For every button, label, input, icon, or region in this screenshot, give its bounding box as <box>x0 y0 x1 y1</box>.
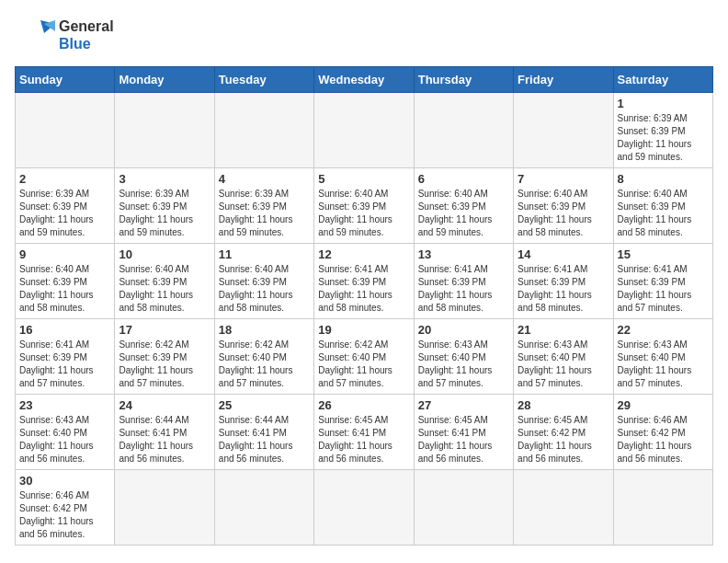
calendar-cell <box>16 93 115 168</box>
day-info: Sunrise: 6:39 AMSunset: 6:39 PMDaylight:… <box>19 188 110 239</box>
day-info: Sunrise: 6:41 AMSunset: 6:39 PMDaylight:… <box>418 263 509 315</box>
day-info: Sunrise: 6:39 AMSunset: 6:39 PMDaylight:… <box>119 188 210 239</box>
day-number: 17 <box>119 323 210 337</box>
day-info: Sunrise: 6:43 AMSunset: 6:40 PMDaylight:… <box>19 414 110 465</box>
calendar-cell: 7Sunrise: 6:40 AMSunset: 6:39 PMDaylight… <box>514 168 613 244</box>
day-number: 2 <box>19 172 110 186</box>
calendar-cell: 4Sunrise: 6:39 AMSunset: 6:39 PMDaylight… <box>214 168 313 244</box>
calendar-cell: 19Sunrise: 6:42 AMSunset: 6:40 PMDayligh… <box>314 319 414 395</box>
weekday-header-friday: Friday <box>514 67 613 93</box>
calendar-week-row: 16Sunrise: 6:41 AMSunset: 6:39 PMDayligh… <box>16 319 713 395</box>
day-info: Sunrise: 6:43 AMSunset: 6:40 PMDaylight:… <box>518 339 609 390</box>
weekday-header-tuesday: Tuesday <box>214 67 313 93</box>
calendar-cell: 6Sunrise: 6:40 AMSunset: 6:39 PMDaylight… <box>414 168 513 244</box>
weekday-header-monday: Monday <box>115 67 214 93</box>
logo-container: General Blue <box>15 15 114 55</box>
day-number: 30 <box>19 474 110 488</box>
day-number: 19 <box>318 323 409 337</box>
calendar-cell: 5Sunrise: 6:40 AMSunset: 6:39 PMDaylight… <box>314 168 414 244</box>
day-info: Sunrise: 6:40 AMSunset: 6:39 PMDaylight:… <box>318 188 409 239</box>
day-number: 10 <box>119 247 210 261</box>
day-info: Sunrise: 6:42 AMSunset: 6:40 PMDaylight:… <box>318 339 409 390</box>
calendar-week-row: 2Sunrise: 6:39 AMSunset: 6:39 PMDaylight… <box>16 168 713 244</box>
calendar-cell: 27Sunrise: 6:45 AMSunset: 6:41 PMDayligh… <box>414 395 513 470</box>
calendar-cell: 3Sunrise: 6:39 AMSunset: 6:39 PMDaylight… <box>115 168 214 244</box>
day-info: Sunrise: 6:41 AMSunset: 6:39 PMDaylight:… <box>518 263 609 315</box>
calendar-cell <box>414 93 513 168</box>
weekday-header-thursday: Thursday <box>414 67 513 93</box>
day-info: Sunrise: 6:40 AMSunset: 6:39 PMDaylight:… <box>518 188 609 239</box>
day-info: Sunrise: 6:46 AMSunset: 6:42 PMDaylight:… <box>618 414 709 465</box>
calendar-cell <box>314 93 414 168</box>
calendar-table: SundayMondayTuesdayWednesdayThursdayFrid… <box>15 66 713 546</box>
calendar-week-row: 23Sunrise: 6:43 AMSunset: 6:40 PMDayligh… <box>16 395 713 470</box>
day-info: Sunrise: 6:45 AMSunset: 6:41 PMDaylight:… <box>418 414 509 465</box>
day-info: Sunrise: 6:43 AMSunset: 6:40 PMDaylight:… <box>418 339 509 390</box>
calendar-cell: 21Sunrise: 6:43 AMSunset: 6:40 PMDayligh… <box>514 319 613 395</box>
calendar-cell <box>314 470 414 546</box>
calendar-cell: 8Sunrise: 6:40 AMSunset: 6:39 PMDaylight… <box>613 168 712 244</box>
day-info: Sunrise: 6:42 AMSunset: 6:40 PMDaylight:… <box>219 339 310 390</box>
calendar-cell: 16Sunrise: 6:41 AMSunset: 6:39 PMDayligh… <box>16 319 115 395</box>
day-number: 3 <box>119 172 210 186</box>
calendar-cell <box>514 93 613 168</box>
day-number: 23 <box>19 398 110 412</box>
calendar-cell: 15Sunrise: 6:41 AMSunset: 6:39 PMDayligh… <box>613 244 712 319</box>
calendar-cell <box>414 470 513 546</box>
day-info: Sunrise: 6:45 AMSunset: 6:42 PMDaylight:… <box>518 414 609 465</box>
day-number: 26 <box>318 398 409 412</box>
day-info: Sunrise: 6:39 AMSunset: 6:39 PMDaylight:… <box>618 112 709 164</box>
day-number: 28 <box>518 398 609 412</box>
calendar-header-row: SundayMondayTuesdayWednesdayThursdayFrid… <box>16 67 713 93</box>
day-info: Sunrise: 6:41 AMSunset: 6:39 PMDaylight:… <box>19 339 110 390</box>
calendar-week-row: 1Sunrise: 6:39 AMSunset: 6:39 PMDaylight… <box>16 93 713 168</box>
calendar-cell: 14Sunrise: 6:41 AMSunset: 6:39 PMDayligh… <box>514 244 613 319</box>
day-number: 9 <box>19 247 110 261</box>
calendar-cell: 12Sunrise: 6:41 AMSunset: 6:39 PMDayligh… <box>314 244 414 319</box>
day-info: Sunrise: 6:46 AMSunset: 6:42 PMDaylight:… <box>19 489 110 541</box>
day-info: Sunrise: 6:40 AMSunset: 6:39 PMDaylight:… <box>219 263 310 315</box>
day-info: Sunrise: 6:40 AMSunset: 6:39 PMDaylight:… <box>418 188 509 239</box>
day-number: 8 <box>618 172 709 186</box>
day-info: Sunrise: 6:41 AMSunset: 6:39 PMDaylight:… <box>618 263 709 315</box>
day-number: 1 <box>618 97 709 110</box>
day-number: 6 <box>418 172 509 186</box>
day-number: 7 <box>518 172 609 186</box>
day-info: Sunrise: 6:44 AMSunset: 6:41 PMDaylight:… <box>219 414 310 465</box>
weekday-header-wednesday: Wednesday <box>314 67 414 93</box>
calendar-cell: 26Sunrise: 6:45 AMSunset: 6:41 PMDayligh… <box>314 395 414 470</box>
calendar-cell: 1Sunrise: 6:39 AMSunset: 6:39 PMDaylight… <box>613 93 712 168</box>
calendar-cell <box>514 470 613 546</box>
calendar-cell: 11Sunrise: 6:40 AMSunset: 6:39 PMDayligh… <box>214 244 313 319</box>
logo-bird-icon <box>15 15 55 55</box>
calendar-cell <box>214 470 313 546</box>
calendar-cell: 20Sunrise: 6:43 AMSunset: 6:40 PMDayligh… <box>414 319 513 395</box>
calendar-cell: 9Sunrise: 6:40 AMSunset: 6:39 PMDaylight… <box>16 244 115 319</box>
day-number: 22 <box>618 323 709 337</box>
page-header: General Blue <box>15 15 713 55</box>
calendar-cell: 30Sunrise: 6:46 AMSunset: 6:42 PMDayligh… <box>16 470 115 546</box>
day-number: 24 <box>119 398 210 412</box>
day-info: Sunrise: 6:40 AMSunset: 6:39 PMDaylight:… <box>19 263 110 315</box>
day-info: Sunrise: 6:40 AMSunset: 6:39 PMDaylight:… <box>618 188 709 239</box>
day-number: 11 <box>219 247 310 261</box>
logo-blue: Blue <box>59 35 114 52</box>
calendar-cell: 10Sunrise: 6:40 AMSunset: 6:39 PMDayligh… <box>115 244 214 319</box>
calendar-cell: 18Sunrise: 6:42 AMSunset: 6:40 PMDayligh… <box>214 319 313 395</box>
day-info: Sunrise: 6:43 AMSunset: 6:40 PMDaylight:… <box>618 339 709 390</box>
day-number: 21 <box>518 323 609 337</box>
day-number: 13 <box>418 247 509 261</box>
logo: General Blue <box>15 15 114 55</box>
day-number: 27 <box>418 398 509 412</box>
calendar-cell <box>115 93 214 168</box>
calendar-cell: 25Sunrise: 6:44 AMSunset: 6:41 PMDayligh… <box>214 395 313 470</box>
day-info: Sunrise: 6:40 AMSunset: 6:39 PMDaylight:… <box>119 263 210 315</box>
day-info: Sunrise: 6:45 AMSunset: 6:41 PMDaylight:… <box>318 414 409 465</box>
logo-general: General <box>59 17 114 35</box>
calendar-cell: 2Sunrise: 6:39 AMSunset: 6:39 PMDaylight… <box>16 168 115 244</box>
day-number: 5 <box>318 172 409 186</box>
calendar-cell: 28Sunrise: 6:45 AMSunset: 6:42 PMDayligh… <box>514 395 613 470</box>
day-number: 12 <box>318 247 409 261</box>
day-number: 16 <box>19 323 110 337</box>
day-info: Sunrise: 6:44 AMSunset: 6:41 PMDaylight:… <box>119 414 210 465</box>
